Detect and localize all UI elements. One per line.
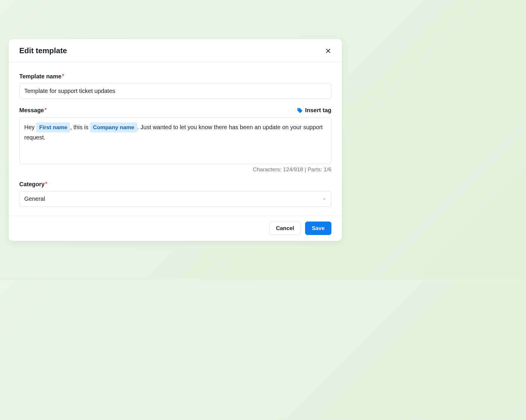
close-icon	[325, 48, 331, 54]
template-name-field: Template name*	[19, 73, 331, 99]
template-name-label: Template name*	[19, 73, 64, 80]
field-label-row: Category*	[19, 181, 331, 188]
insert-tag-button[interactable]: Insert tag	[297, 107, 331, 114]
chevron-down-icon	[322, 197, 326, 201]
required-marker: *	[62, 73, 64, 79]
message-label: Message*	[19, 107, 47, 114]
category-select[interactable]: General	[19, 191, 331, 207]
required-marker: *	[45, 107, 47, 113]
template-name-input[interactable]	[19, 83, 331, 99]
cancel-button[interactable]: Cancel	[269, 222, 301, 235]
required-marker: *	[45, 181, 47, 187]
message-text: , this is	[70, 124, 90, 130]
message-field: Message* Insert tag Hey First name, this…	[19, 107, 331, 173]
tag-icon	[297, 108, 303, 113]
modal-header: Edit template	[9, 39, 342, 63]
save-button[interactable]: Save	[305, 222, 331, 235]
message-text: Hey	[24, 124, 36, 130]
modal-footer: Cancel Save	[9, 215, 342, 241]
close-button[interactable]	[324, 46, 333, 55]
message-input[interactable]: Hey First name, this is Company name. Ju…	[19, 117, 331, 164]
modal-title: Edit template	[19, 46, 67, 55]
tag-chip-company-name[interactable]: Company name	[90, 122, 137, 132]
category-value: General	[24, 196, 45, 202]
category-select-wrap: General	[19, 191, 331, 207]
edit-template-modal: Edit template Template name* Message* In…	[9, 39, 342, 241]
character-counter: Characters: 124/918 | Parts: 1/6	[19, 166, 331, 173]
insert-tag-label: Insert tag	[305, 107, 331, 114]
category-label: Category*	[19, 181, 47, 188]
field-label-row: Message* Insert tag	[19, 107, 331, 114]
category-field: Category* General	[19, 181, 331, 207]
modal-body: Template name* Message* Insert tag Hey F…	[9, 63, 342, 215]
tag-chip-first-name[interactable]: First name	[36, 122, 70, 132]
field-label-row: Template name*	[19, 73, 331, 80]
